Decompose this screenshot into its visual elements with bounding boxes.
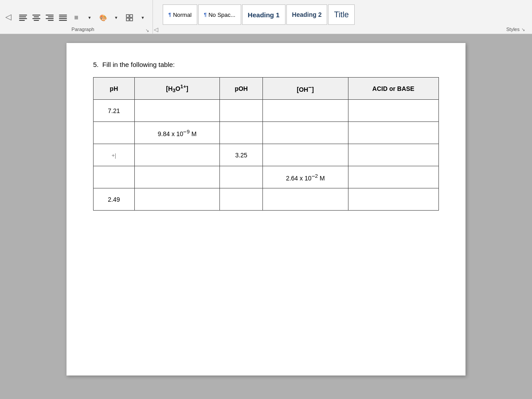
header-h3o: [H3O1+]	[134, 78, 220, 100]
line4	[59, 20, 67, 21]
style-heading1-button[interactable]: Heading 1	[242, 4, 286, 25]
row5-acid-base[interactable]	[348, 188, 439, 211]
header-ph: pH	[94, 78, 135, 100]
row1-acid-base[interactable]	[348, 100, 439, 122]
document-area: 5. Fill in the following table: pH [H3O1…	[0, 34, 532, 399]
line3	[19, 18, 27, 19]
line4	[48, 20, 54, 21]
table-row: 9.84 x 10‒9 M	[94, 122, 439, 144]
row3-poh[interactable]: 3.25	[220, 144, 263, 166]
header-poh: pOH	[220, 78, 263, 100]
style-normal-button[interactable]: ¶ Normal	[163, 4, 197, 25]
line2	[59, 16, 67, 17]
style-heading2-button[interactable]: Heading 2	[286, 4, 328, 25]
line2	[48, 16, 54, 17]
row3-ph[interactable]: +|	[94, 144, 135, 166]
table-header-row: pH [H3O1+] pOH [OH‒] ACID or BASE	[94, 78, 439, 100]
table-row: 2.49	[94, 188, 439, 211]
line1	[46, 15, 54, 16]
svg-rect-2	[126, 18, 129, 21]
paragraph-section: ≡ ▼ 🎨 ▼ ▼ Paragraph ↘	[13, 0, 153, 34]
row2-oh[interactable]	[262, 122, 348, 144]
row2-ph[interactable]	[94, 122, 135, 144]
row1-poh[interactable]	[220, 100, 263, 122]
normal-indicator: ¶	[168, 12, 171, 17]
styles-section: ¶ Normal ¶ No Spac... Heading 1 Heading …	[159, 0, 528, 34]
table-row: 2.64 x 10‒2 M	[94, 166, 439, 188]
line2	[34, 16, 39, 17]
row2-acid-base[interactable]	[348, 122, 439, 144]
row3-oh[interactable]	[262, 144, 348, 166]
ribbon: ◁	[0, 0, 532, 34]
svg-rect-1	[130, 15, 133, 17]
style-heading1-label: Heading 1	[248, 11, 280, 19]
styles-label: Styles	[506, 27, 520, 32]
ribbon-corner-marker: ◁	[4, 0, 13, 34]
no-spacing-indicator: ¶	[204, 12, 207, 17]
row4-poh[interactable]	[220, 166, 263, 188]
justify-icon	[58, 13, 68, 22]
row5-ph[interactable]: 2.49	[94, 188, 135, 211]
line-spacing-dropdown[interactable]: ▼	[83, 12, 96, 24]
chemistry-table: pH [H3O1+] pOH [OH‒] ACID or BASE 7.21	[93, 77, 439, 211]
row5-oh[interactable]	[262, 188, 348, 211]
table-row: 7.21	[94, 100, 439, 122]
row4-oh[interactable]: 2.64 x 10‒2 M	[262, 166, 348, 188]
line3	[46, 18, 54, 19]
line3	[59, 18, 67, 19]
style-title-button[interactable]: Title	[328, 4, 354, 25]
borders-icon	[126, 14, 133, 21]
cursor-symbol: +|	[112, 153, 116, 159]
styles-expander[interactable]: ↘	[521, 27, 525, 32]
shading-dropdown[interactable]: ▼	[110, 12, 122, 24]
row5-h3o[interactable]	[134, 188, 220, 211]
section-marker-left: ◁	[153, 0, 159, 34]
style-no-spacing-button[interactable]: ¶ No Spac...	[198, 4, 241, 25]
align-center-button[interactable]	[30, 12, 43, 24]
table-row: +| 3.25	[94, 144, 439, 166]
line4	[19, 20, 25, 21]
line1	[59, 15, 67, 16]
paragraph-icons-row: ≡ ▼ 🎨 ▼ ▼	[17, 12, 149, 24]
align-left-button[interactable]	[17, 12, 29, 24]
style-heading2-label: Heading 2	[292, 11, 322, 18]
document-page: 5. Fill in the following table: pH [H3O1…	[66, 43, 466, 376]
row3-acid-base[interactable]	[348, 144, 439, 166]
align-center-icon	[31, 13, 42, 22]
align-right-icon	[44, 13, 55, 22]
row1-h3o[interactable]	[134, 100, 220, 122]
svg-rect-3	[130, 18, 133, 21]
line4	[34, 20, 39, 21]
row1-oh[interactable]	[262, 100, 348, 122]
row4-acid-base[interactable]	[348, 166, 439, 188]
row5-poh[interactable]	[220, 188, 263, 211]
row4-ph[interactable]	[94, 166, 135, 188]
row2-poh[interactable]	[220, 122, 263, 144]
row4-h3o[interactable]	[134, 166, 220, 188]
style-title-label: Title	[334, 10, 348, 20]
question-number: 5.	[93, 61, 99, 68]
row2-h3o[interactable]: 9.84 x 10‒9 M	[134, 122, 220, 144]
header-acid-base: ACID or BASE	[348, 78, 439, 100]
paragraph-expander[interactable]: ↘	[145, 28, 149, 33]
shading-button[interactable]: 🎨	[97, 12, 109, 24]
align-right-button[interactable]	[43, 12, 56, 24]
line-spacing-button[interactable]: ≡	[70, 12, 82, 24]
borders-button[interactable]	[123, 12, 136, 24]
question-instruction: Fill in the following table:	[102, 61, 175, 68]
style-no-spacing-label: No Spac...	[208, 12, 235, 18]
line1	[19, 15, 27, 16]
line2	[19, 16, 26, 17]
question-5-text: 5. Fill in the following table:	[93, 61, 439, 68]
style-normal-label: Normal	[173, 12, 192, 18]
justify-button[interactable]	[57, 12, 69, 24]
align-left-icon	[18, 13, 28, 22]
row1-ph[interactable]: 7.21	[94, 100, 135, 122]
header-oh: [OH‒]	[262, 78, 348, 100]
borders-dropdown[interactable]: ▼	[137, 12, 149, 24]
styles-label-row: Styles ↘	[163, 27, 525, 32]
styles-buttons-row: ¶ Normal ¶ No Spac... Heading 1 Heading …	[163, 4, 355, 25]
line1	[32, 15, 40, 16]
row3-h3o[interactable]	[134, 144, 220, 166]
line3	[32, 18, 40, 19]
